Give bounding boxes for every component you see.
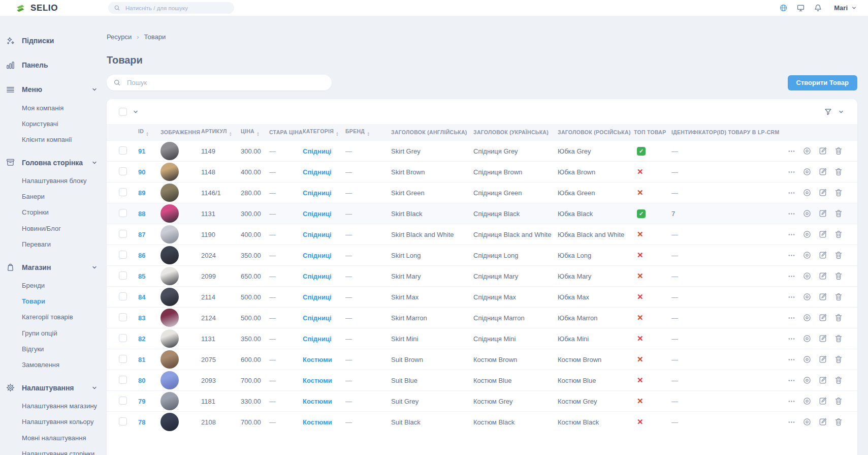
product-image[interactable] bbox=[160, 288, 179, 306]
sidebar-subitem[interactable]: Моя компанія bbox=[22, 100, 100, 116]
row-checkbox[interactable] bbox=[119, 417, 127, 426]
sidebar-subitem[interactable]: Налаштування блоку bbox=[22, 173, 100, 189]
select-all-checkbox[interactable] bbox=[119, 108, 127, 116]
view-button[interactable] bbox=[802, 188, 812, 197]
row-checkbox[interactable] bbox=[119, 230, 127, 238]
edit-button[interactable] bbox=[818, 376, 827, 385]
delete-button[interactable] bbox=[834, 397, 843, 406]
view-button[interactable] bbox=[802, 313, 812, 322]
row-checkbox[interactable] bbox=[119, 376, 127, 384]
column-header-category[interactable]: КАТЕГОРІЯ▲▼ bbox=[303, 124, 345, 141]
sidebar-subitem[interactable]: Бренди bbox=[22, 278, 100, 294]
monitor-icon[interactable] bbox=[796, 4, 805, 12]
row-more-button[interactable] bbox=[787, 168, 796, 176]
edit-button[interactable] bbox=[818, 397, 827, 406]
delete-button[interactable] bbox=[834, 167, 843, 176]
row-checkbox[interactable] bbox=[119, 334, 127, 342]
row-more-button[interactable] bbox=[787, 397, 796, 406]
product-id-link[interactable]: 86 bbox=[138, 252, 145, 259]
sidebar-subitem[interactable]: Налаштування кольору bbox=[22, 414, 100, 430]
view-button[interactable] bbox=[802, 167, 812, 176]
delete-button[interactable] bbox=[834, 313, 843, 322]
row-checkbox[interactable] bbox=[119, 313, 127, 321]
row-more-button[interactable] bbox=[787, 418, 796, 427]
category-link[interactable]: Костюми bbox=[303, 398, 332, 405]
edit-button[interactable] bbox=[818, 355, 827, 364]
view-button[interactable] bbox=[802, 230, 812, 239]
products-search[interactable] bbox=[107, 75, 332, 90]
edit-button[interactable] bbox=[818, 271, 827, 281]
edit-button[interactable] bbox=[818, 313, 827, 322]
filter-chevron-icon[interactable] bbox=[838, 109, 844, 115]
sidebar-subitem[interactable]: Групи опцій bbox=[22, 325, 100, 341]
category-link[interactable]: Спідниці bbox=[303, 189, 332, 197]
sidebar-subitem[interactable]: Замовлення bbox=[22, 357, 100, 373]
edit-button[interactable] bbox=[818, 188, 827, 197]
row-checkbox[interactable] bbox=[119, 188, 127, 196]
chevron-down-icon[interactable] bbox=[91, 160, 98, 166]
product-id-link[interactable]: 88 bbox=[138, 210, 145, 218]
product-id-link[interactable]: 85 bbox=[138, 272, 145, 280]
delete-button[interactable] bbox=[834, 292, 843, 301]
product-id-link[interactable]: 82 bbox=[138, 335, 145, 343]
view-button[interactable] bbox=[802, 292, 812, 301]
sidebar-subitem[interactable]: Налаштування сторінки оформлення замовле… bbox=[22, 446, 100, 455]
filter-funnel-icon[interactable] bbox=[824, 107, 832, 116]
category-link[interactable]: Спідниці bbox=[303, 293, 332, 301]
product-id-link[interactable]: 78 bbox=[138, 418, 145, 426]
sidebar-subitem[interactable]: Відгуки bbox=[22, 341, 100, 357]
breadcrumb-resources[interactable]: Ресурси bbox=[107, 33, 132, 41]
column-header-sku[interactable]: АРТИКУЛ▲▼ bbox=[201, 124, 241, 141]
row-more-button[interactable] bbox=[787, 355, 796, 364]
chevron-down-icon[interactable] bbox=[91, 86, 98, 93]
bulk-actions-chevron-icon[interactable] bbox=[133, 109, 139, 115]
row-more-button[interactable] bbox=[787, 189, 796, 197]
sidebar-subitem[interactable]: Користувачі bbox=[22, 116, 100, 132]
product-image[interactable] bbox=[160, 350, 179, 369]
column-header-price[interactable]: ЦІНА▲▼ bbox=[241, 124, 269, 141]
delete-button[interactable] bbox=[834, 188, 843, 197]
delete-button[interactable] bbox=[834, 376, 843, 385]
view-button[interactable] bbox=[802, 355, 812, 364]
delete-button[interactable] bbox=[834, 209, 843, 218]
create-product-button[interactable]: Створити Товар bbox=[788, 75, 857, 90]
row-checkbox[interactable] bbox=[119, 209, 127, 217]
sidebar-subitem[interactable]: Переваги bbox=[22, 236, 100, 252]
category-link[interactable]: Спідниці bbox=[303, 147, 332, 155]
delete-button[interactable] bbox=[834, 230, 843, 239]
language-globe-icon[interactable] bbox=[779, 4, 788, 12]
row-more-button[interactable] bbox=[787, 147, 796, 156]
chevron-down-icon[interactable] bbox=[91, 385, 98, 391]
edit-button[interactable] bbox=[818, 146, 827, 156]
edit-button[interactable] bbox=[818, 292, 827, 301]
product-image[interactable] bbox=[160, 309, 179, 327]
sidebar-item-0[interactable]: Підписки bbox=[5, 31, 100, 50]
row-more-button[interactable] bbox=[787, 314, 796, 322]
sidebar-subitem[interactable]: Клієнти компанії bbox=[22, 132, 100, 147]
view-button[interactable] bbox=[802, 417, 812, 427]
sidebar-subitem[interactable]: Мовні налаштування bbox=[22, 430, 100, 446]
edit-button[interactable] bbox=[818, 209, 827, 218]
product-image[interactable] bbox=[160, 163, 179, 181]
row-checkbox[interactable] bbox=[119, 251, 127, 259]
category-link[interactable]: Спідниці bbox=[303, 168, 332, 176]
row-more-button[interactable] bbox=[787, 376, 796, 385]
row-checkbox[interactable] bbox=[119, 397, 127, 405]
sidebar-subitem[interactable]: Банери bbox=[22, 189, 100, 205]
delete-button[interactable] bbox=[834, 355, 843, 364]
product-image[interactable] bbox=[160, 329, 179, 348]
product-image[interactable] bbox=[160, 225, 179, 244]
sidebar-subitem[interactable]: Категорії товарів bbox=[22, 310, 100, 325]
view-button[interactable] bbox=[802, 334, 812, 343]
edit-button[interactable] bbox=[818, 251, 827, 260]
row-more-button[interactable] bbox=[787, 293, 796, 301]
edit-button[interactable] bbox=[818, 334, 827, 343]
global-search-input[interactable] bbox=[124, 5, 229, 12]
product-id-link[interactable]: 91 bbox=[138, 147, 145, 155]
category-link[interactable]: Спідниці bbox=[303, 231, 332, 238]
product-image[interactable] bbox=[160, 413, 179, 431]
delete-button[interactable] bbox=[834, 146, 843, 156]
product-id-link[interactable]: 81 bbox=[138, 356, 145, 363]
category-link[interactable]: Спідниці bbox=[303, 252, 332, 259]
sidebar-subitem[interactable]: Сторінки bbox=[22, 205, 100, 221]
